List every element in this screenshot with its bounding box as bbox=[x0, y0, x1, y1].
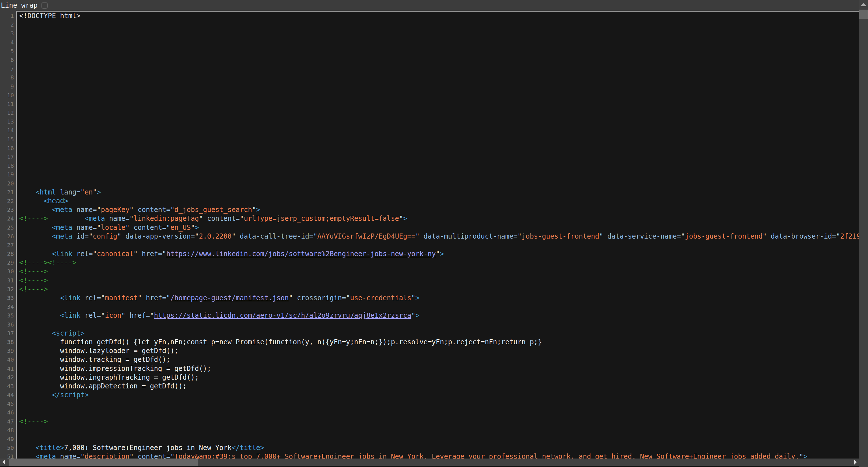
code-line bbox=[19, 408, 859, 417]
code-token: <!----><!----> bbox=[19, 259, 76, 267]
code-token: data-multiproduct-name= bbox=[424, 232, 518, 240]
code-token: rel= bbox=[76, 250, 93, 258]
code-token: " bbox=[436, 250, 440, 258]
code-line bbox=[19, 320, 859, 329]
line-number: 42 bbox=[0, 373, 16, 382]
code-token: <meta bbox=[36, 453, 56, 459]
line-number: 47 bbox=[0, 417, 16, 426]
code-token: " bbox=[129, 453, 133, 459]
code-token: pageKey bbox=[101, 206, 129, 214]
code-token: " bbox=[81, 453, 85, 459]
code-token: id= bbox=[76, 232, 89, 240]
code-token: window.tracking = getDfd(); bbox=[19, 355, 170, 364]
code-token: en bbox=[85, 188, 93, 196]
code-token: " bbox=[763, 232, 767, 240]
code-token: jobs-guest-frontend bbox=[685, 232, 763, 240]
code-token: " bbox=[150, 312, 154, 319]
code-token: " bbox=[170, 206, 175, 214]
line-number: 2 bbox=[0, 20, 16, 29]
code-token bbox=[56, 453, 60, 459]
line-number: 15 bbox=[0, 135, 16, 144]
code-token bbox=[121, 232, 125, 240]
line-wrap-checkbox[interactable] bbox=[41, 3, 48, 8]
arrow-right-icon bbox=[854, 460, 857, 465]
source-link[interactable]: https://www.linkedin.com/jobs/software%2… bbox=[166, 250, 436, 258]
code-token bbox=[19, 312, 60, 319]
code-line bbox=[19, 91, 859, 100]
code-line bbox=[19, 38, 859, 47]
vertical-scrollbar-thumb[interactable] bbox=[859, 10, 868, 19]
code-token bbox=[56, 188, 60, 196]
code-token: <link bbox=[60, 294, 81, 302]
code-line: <!DOCTYPE html> bbox=[19, 11, 859, 20]
code-token: canonical bbox=[97, 250, 134, 258]
code-token bbox=[134, 206, 138, 214]
code-token: <!DOCTYPE html> bbox=[19, 12, 81, 20]
code-line: </script> bbox=[19, 391, 859, 399]
code-token: <meta bbox=[52, 224, 72, 231]
code-token bbox=[19, 329, 52, 337]
code-token: " bbox=[252, 206, 256, 214]
code-line bbox=[19, 135, 859, 144]
code-token: <html bbox=[36, 188, 56, 196]
code-token bbox=[19, 250, 52, 258]
code-token: <head> bbox=[44, 197, 68, 205]
code-token: en_US bbox=[170, 224, 191, 231]
code-token: <meta bbox=[52, 206, 72, 214]
code-token: name= bbox=[76, 206, 97, 214]
code-line: <html lang="en"> bbox=[19, 188, 859, 197]
horizontal-scrollbar[interactable] bbox=[0, 459, 859, 466]
code-token bbox=[767, 232, 771, 240]
code-token: content= bbox=[138, 453, 170, 459]
code-token: > bbox=[403, 215, 407, 222]
code-line: <link rel="icon" href="https://static.li… bbox=[19, 311, 859, 320]
code-token: > bbox=[415, 294, 420, 302]
code-token bbox=[72, 250, 76, 258]
code-token: </title> bbox=[231, 444, 264, 452]
code-token bbox=[138, 250, 142, 258]
code-token: " bbox=[162, 250, 166, 258]
code-line: window.impressionTracking = getDfd(); bbox=[19, 364, 859, 373]
line-number: 13 bbox=[0, 117, 16, 126]
source-link[interactable]: https://static.licdn.com/aero-v1/sc/h/al… bbox=[154, 312, 411, 319]
line-number: 14 bbox=[0, 126, 16, 135]
code-token: href= bbox=[146, 294, 166, 302]
scroll-right-button[interactable] bbox=[851, 459, 859, 466]
code-token: > bbox=[415, 312, 420, 319]
horizontal-scrollbar-thumb[interactable] bbox=[9, 459, 198, 466]
code-line bbox=[19, 47, 859, 56]
code-token: window.ingraphTracking = getDfd(); bbox=[19, 373, 199, 381]
code-token: " bbox=[166, 224, 170, 231]
line-number: 3 bbox=[0, 29, 16, 38]
line-number: 20 bbox=[0, 179, 16, 188]
code-line: <!----> bbox=[19, 267, 859, 276]
code-line bbox=[19, 56, 859, 64]
line-number: 28 bbox=[0, 250, 16, 258]
line-number: 41 bbox=[0, 364, 16, 373]
bottom-strip bbox=[0, 466, 859, 467]
code-token bbox=[203, 215, 207, 222]
source-link[interactable]: /homepage-guest/manifest.json bbox=[170, 294, 289, 302]
code-line bbox=[19, 82, 859, 91]
code-token: </script> bbox=[52, 391, 89, 399]
code-token: use-credentials bbox=[350, 294, 411, 302]
code-token: name= bbox=[76, 224, 97, 231]
scroll-up-button[interactable] bbox=[859, 0, 868, 9]
vertical-scrollbar[interactable] bbox=[859, 0, 868, 467]
code-token: " bbox=[134, 250, 138, 258]
line-number: 31 bbox=[0, 276, 16, 285]
code-token: " bbox=[346, 294, 350, 302]
code-token: <meta bbox=[85, 215, 105, 222]
code-line: <!----><!----> bbox=[19, 258, 859, 267]
code-token bbox=[420, 232, 424, 240]
line-number: 23 bbox=[0, 206, 16, 214]
code-token: <link bbox=[52, 250, 72, 258]
code-token: " bbox=[518, 232, 522, 240]
scroll-left-button[interactable] bbox=[0, 459, 7, 466]
code-token: name= bbox=[109, 215, 129, 222]
view-source-toolbar: Line wrap bbox=[0, 0, 868, 11]
code-token: jobs-guest-frontend bbox=[522, 232, 599, 240]
code-token: " bbox=[836, 232, 840, 240]
code-line bbox=[19, 144, 859, 153]
code-token: " bbox=[97, 206, 101, 214]
